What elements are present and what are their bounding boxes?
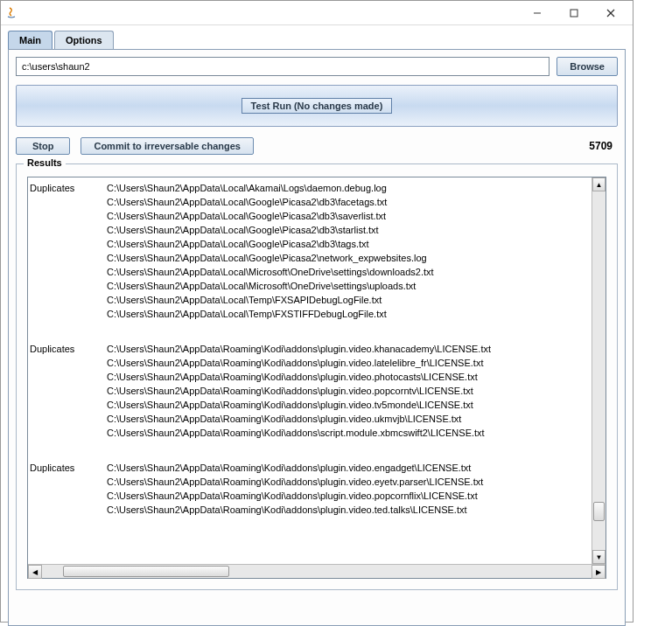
- commit-button[interactable]: Commit to irreversable changes: [80, 137, 254, 155]
- file-path[interactable]: C:\Users\Shaun2\AppData\Local\Google\Pic…: [107, 237, 590, 251]
- app-window: Main Options Browse Test Run (No changes…: [0, 0, 634, 623]
- group-header: Duplicates: [30, 342, 107, 440]
- file-path[interactable]: C:\Users\Shaun2\AppData\Roaming\Kodi\add…: [107, 370, 590, 384]
- test-run-label: Test Run (No changes made): [242, 98, 393, 114]
- file-path[interactable]: C:\Users\Shaun2\AppData\Roaming\Kodi\add…: [107, 503, 590, 517]
- file-path[interactable]: C:\Users\Shaun2\AppData\Local\Google\Pic…: [107, 251, 590, 265]
- main-panel: Browse Test Run (No changes made) Stop C…: [8, 49, 626, 626]
- file-path[interactable]: C:\Users\Shaun2\AppData\Roaming\Kodi\add…: [107, 342, 590, 356]
- vscroll-track[interactable]: [592, 191, 606, 550]
- file-path[interactable]: C:\Users\Shaun2\AppData\Roaming\Kodi\add…: [107, 461, 590, 475]
- svg-rect-1: [570, 10, 578, 17]
- titlebar: [1, 1, 633, 25]
- scroll-down-icon[interactable]: ▼: [592, 550, 606, 564]
- java-icon: [4, 6, 18, 20]
- tab-options[interactable]: Options: [54, 31, 114, 49]
- path-row: Browse: [16, 57, 618, 76]
- hscroll-thumb[interactable]: [63, 566, 229, 577]
- duplicate-group: DuplicatesC:\Users\Shaun2\AppData\Local\…: [30, 181, 590, 321]
- tab-row: Main Options: [1, 25, 633, 49]
- vscroll-thumb[interactable]: [593, 502, 605, 521]
- results-scrollpane: DuplicatesC:\Users\Shaun2\AppData\Local\…: [27, 177, 606, 579]
- file-list: C:\Users\Shaun2\AppData\Roaming\Kodi\add…: [107, 342, 590, 440]
- test-run-bar[interactable]: Test Run (No changes made): [16, 85, 618, 127]
- window-controls: [519, 3, 629, 24]
- stop-button[interactable]: Stop: [16, 137, 70, 155]
- file-path[interactable]: C:\Users\Shaun2\AppData\Local\Microsoft\…: [107, 265, 590, 279]
- results-legend: Results: [24, 157, 66, 168]
- file-path[interactable]: C:\Users\Shaun2\AppData\Local\Temp\FXSAP…: [107, 293, 590, 307]
- group-header: Duplicates: [30, 181, 107, 321]
- tab-main[interactable]: Main: [8, 31, 52, 49]
- result-count: 5709: [589, 140, 618, 152]
- file-path[interactable]: C:\Users\Shaun2\AppData\Roaming\Kodi\add…: [107, 426, 590, 440]
- group-header: Duplicates: [30, 461, 107, 517]
- file-path[interactable]: C:\Users\Shaun2\AppData\Local\Microsoft\…: [107, 279, 590, 293]
- file-path[interactable]: C:\Users\Shaun2\AppData\Local\Google\Pic…: [107, 209, 590, 223]
- minimize-button[interactable]: [519, 3, 556, 24]
- file-path[interactable]: C:\Users\Shaun2\AppData\Local\Akamai\Log…: [107, 181, 590, 195]
- path-input[interactable]: [16, 57, 550, 76]
- scroll-right-icon[interactable]: ▶: [592, 565, 606, 579]
- scroll-up-icon[interactable]: ▲: [592, 177, 606, 191]
- file-list: C:\Users\Shaun2\AppData\Roaming\Kodi\add…: [107, 461, 590, 517]
- close-button[interactable]: [592, 3, 629, 24]
- action-row: Stop Commit to irreversable changes 5709: [16, 137, 618, 155]
- file-path[interactable]: C:\Users\Shaun2\AppData\Roaming\Kodi\add…: [107, 356, 590, 370]
- file-path[interactable]: C:\Users\Shaun2\AppData\Roaming\Kodi\add…: [107, 489, 590, 503]
- scroll-left-icon[interactable]: ◀: [28, 565, 42, 579]
- file-path[interactable]: C:\Users\Shaun2\AppData\Local\Temp\FXSTI…: [107, 307, 590, 321]
- duplicate-group: DuplicatesC:\Users\Shaun2\AppData\Roamin…: [30, 342, 590, 440]
- browse-button[interactable]: Browse: [556, 57, 618, 76]
- vertical-scrollbar[interactable]: ▲ ▼: [592, 177, 606, 564]
- file-path[interactable]: C:\Users\Shaun2\AppData\Roaming\Kodi\add…: [107, 384, 590, 398]
- file-path[interactable]: C:\Users\Shaun2\AppData\Roaming\Kodi\add…: [107, 412, 590, 426]
- file-list: C:\Users\Shaun2\AppData\Local\Akamai\Log…: [107, 181, 590, 321]
- results-fieldset: Results DuplicatesC:\Users\Shaun2\AppDat…: [16, 163, 618, 590]
- file-path[interactable]: C:\Users\Shaun2\AppData\Roaming\Kodi\add…: [107, 475, 590, 489]
- file-path[interactable]: C:\Users\Shaun2\AppData\Roaming\Kodi\add…: [107, 398, 590, 412]
- horizontal-scrollbar[interactable]: ◀ ▶: [28, 564, 606, 578]
- results-content: DuplicatesC:\Users\Shaun2\AppData\Local\…: [28, 177, 592, 564]
- file-path[interactable]: C:\Users\Shaun2\AppData\Local\Google\Pic…: [107, 195, 590, 209]
- file-path[interactable]: C:\Users\Shaun2\AppData\Local\Google\Pic…: [107, 223, 590, 237]
- hscroll-track[interactable]: [42, 565, 592, 578]
- maximize-button[interactable]: [556, 3, 592, 24]
- duplicate-group: DuplicatesC:\Users\Shaun2\AppData\Roamin…: [30, 461, 590, 517]
